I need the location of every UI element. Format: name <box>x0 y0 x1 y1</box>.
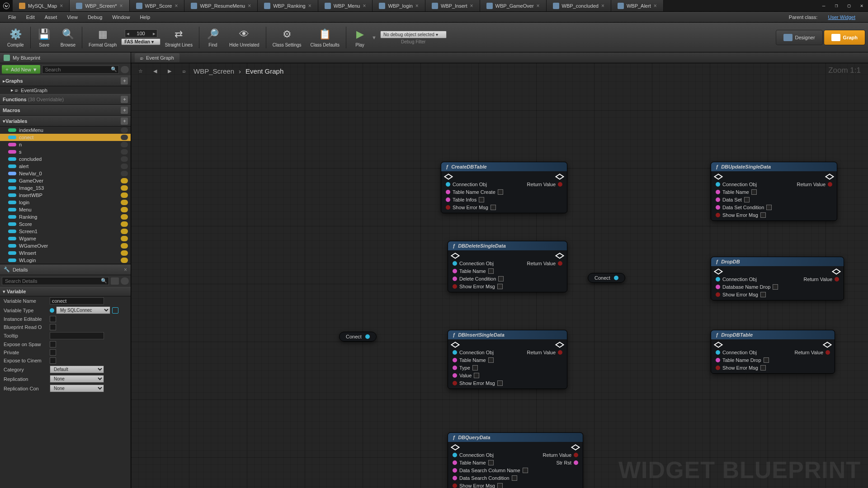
input-pin[interactable] <box>446 190 450 194</box>
exec-in-pin[interactable] <box>714 342 723 347</box>
visibility-icon[interactable] <box>121 221 128 227</box>
output-pin[interactable] <box>835 277 839 282</box>
input-pin[interactable] <box>446 182 450 187</box>
input-pin[interactable] <box>716 277 720 282</box>
pin-default-input[interactable] <box>766 205 772 210</box>
variable-type-select[interactable]: My SQLConnec <box>56 306 110 314</box>
input-pin[interactable] <box>716 285 720 289</box>
main-tab[interactable]: WBP_Score× <box>130 0 185 11</box>
node-header[interactable]: ƒDBInsertSingleData <box>448 330 567 339</box>
nav-forward-button[interactable]: ▶ <box>165 66 175 76</box>
pin-default-input[interactable] <box>498 189 503 195</box>
pin-default-input[interactable] <box>497 380 503 386</box>
exec-in-pin[interactable] <box>714 174 723 179</box>
class-defaults-button[interactable]: 📋Class Defaults <box>306 24 344 51</box>
main-tab[interactable]: WBP_ResumeMenu× <box>184 0 258 11</box>
function-node-createdb[interactable]: ƒCreateDBTableConnection ObjReturn Value… <box>441 162 567 213</box>
function-node-insertsingle[interactable]: ƒDBInsertSingleDataConnection ObjReturn … <box>448 330 567 389</box>
conect-getter-node[interactable]: Conect <box>339 332 377 342</box>
close-icon[interactable]: × <box>120 3 123 9</box>
parent-class-link[interactable]: User Widget <box>823 13 860 21</box>
pin-default-input[interactable] <box>760 212 766 218</box>
variable-item[interactable]: n <box>0 141 131 148</box>
pin-default-input[interactable] <box>498 276 504 282</box>
straight-lines-button[interactable]: ⇄Straight Lines <box>160 24 197 51</box>
pin-default-input[interactable] <box>472 365 478 371</box>
conect-getter-node-2[interactable]: Conect <box>588 273 625 283</box>
exec-in-pin[interactable] <box>451 253 460 258</box>
visibility-icon[interactable] <box>121 178 128 183</box>
menu-asset[interactable]: Asset <box>40 13 62 21</box>
visibility-icon[interactable] <box>121 258 128 263</box>
visibility-icon[interactable] <box>121 192 128 198</box>
input-pin[interactable] <box>453 350 457 355</box>
input-pin[interactable] <box>453 261 457 266</box>
input-pin[interactable] <box>446 197 450 202</box>
spin-down-icon[interactable]: ◂ <box>125 31 131 37</box>
container-type-button[interactable] <box>112 307 118 314</box>
exec-out-pin[interactable] <box>832 268 841 274</box>
main-tab[interactable]: WBP_Insert× <box>425 0 480 11</box>
input-pin[interactable] <box>716 190 720 194</box>
variable-item[interactable]: Score <box>0 221 131 228</box>
pin-default-input[interactable] <box>512 475 517 481</box>
instance-editable-checkbox[interactable] <box>50 316 56 322</box>
pin-default-input[interactable] <box>479 197 484 202</box>
menu-view[interactable]: View <box>62 13 82 21</box>
close-icon[interactable]: × <box>654 3 657 9</box>
visibility-icon[interactable] <box>121 250 128 256</box>
main-tab[interactable]: WBP_Ranking× <box>258 0 318 11</box>
input-pin[interactable] <box>453 358 457 362</box>
input-pin[interactable] <box>446 205 450 210</box>
input-pin[interactable] <box>716 205 720 210</box>
menu-help[interactable]: Help <box>135 13 155 21</box>
close-icon[interactable]: × <box>470 3 473 9</box>
variable-item[interactable]: Image_153 <box>0 184 131 192</box>
input-pin[interactable] <box>716 292 720 297</box>
restore-button[interactable]: ❐ <box>830 0 843 11</box>
details-search-input[interactable] <box>2 277 109 285</box>
close-icon[interactable]: × <box>60 3 63 9</box>
event-graph-tab[interactable]: ⎄ Event Graph <box>135 53 179 62</box>
input-pin[interactable] <box>453 277 457 281</box>
property-matrix-button[interactable] <box>111 277 119 285</box>
input-pin[interactable] <box>716 366 720 370</box>
variable-item[interactable]: concluded <box>0 155 131 163</box>
details-tab[interactable]: 🔧Details× <box>0 264 131 275</box>
nav-back-button[interactable]: ◀ <box>150 66 160 76</box>
exec-out-pin[interactable] <box>825 174 835 179</box>
input-pin[interactable] <box>453 284 457 289</box>
node-header[interactable]: ƒDropDB <box>711 257 844 266</box>
output-pin[interactable] <box>558 182 562 187</box>
variable-item[interactable]: WGameOver <box>0 242 131 249</box>
variable-item[interactable]: indexMenu <box>0 127 131 134</box>
menu-window[interactable]: Window <box>108 13 134 21</box>
visibility-icon[interactable] <box>121 127 128 133</box>
close-icon[interactable]: × <box>537 3 540 9</box>
visibility-icon[interactable] <box>121 229 128 234</box>
pin-default-input[interactable] <box>760 365 766 371</box>
graph-mode-tab[interactable]: Graph <box>824 30 865 45</box>
replication-select[interactable]: None <box>50 375 104 383</box>
close-icon[interactable]: × <box>308 3 311 9</box>
debug-object-select[interactable]: No debug object selected ▾ <box>380 31 447 38</box>
input-pin[interactable] <box>453 468 457 473</box>
expose-spawn-checkbox[interactable] <box>50 341 56 347</box>
graphs-section[interactable]: ▸Graphs＋ <box>0 75 131 86</box>
exec-out-pin[interactable] <box>555 174 565 179</box>
output-pin[interactable] <box>558 261 562 266</box>
close-icon[interactable]: × <box>601 3 604 9</box>
main-tab[interactable]: WBP_Menu× <box>318 0 373 11</box>
variable-item[interactable]: NewVar_0 <box>0 170 131 177</box>
add-new-button[interactable]: ＋Add New▼ <box>2 65 40 74</box>
expose-cinematics-checkbox[interactable] <box>50 357 56 364</box>
fas-select[interactable]: FAS Median ▾ <box>121 38 160 45</box>
designer-mode-tab[interactable]: Designer <box>776 30 823 45</box>
exec-in-pin[interactable] <box>451 444 460 450</box>
variable-item[interactable]: Screen1 <box>0 228 131 235</box>
graph-area[interactable]: ⎄ Event Graph ☆ ◀ ▶ ⎄ WBP_Screen › Event… <box>131 52 868 488</box>
variables-section[interactable]: ▾Variables＋ <box>0 116 131 127</box>
exec-in-pin[interactable] <box>444 174 453 179</box>
close-icon[interactable]: × <box>124 267 127 273</box>
function-node-dropdb[interactable]: ƒDropDBConnection ObjReturn ValueDatabas… <box>711 257 844 300</box>
